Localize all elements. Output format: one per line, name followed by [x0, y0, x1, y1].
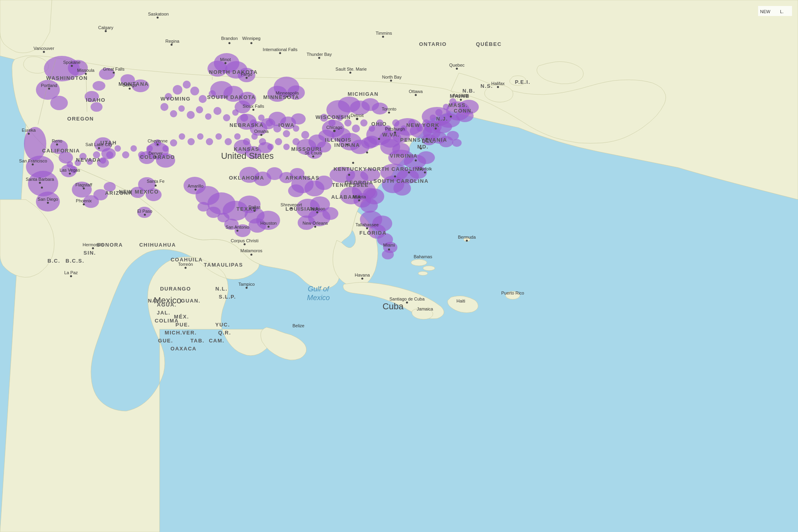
minneapolis-city-label: Minneapolis [276, 91, 299, 95]
havana-city-label: Havana [355, 273, 370, 277]
svg-point-7 [36, 192, 60, 212]
oaxaca-label: OAXACA [170, 346, 196, 352]
svg-point-233 [261, 134, 263, 136]
florida-label: FLORIDA [359, 230, 387, 236]
slp-label: S.L.P. [219, 294, 236, 300]
svg-point-240 [388, 249, 390, 251]
svg-point-232 [253, 109, 255, 111]
calgary-city-label: Calgary [98, 25, 113, 30]
chicago-city-label: Chicago [326, 125, 342, 130]
california-label: CALIFORNIA [42, 148, 80, 154]
idaho-label: IDAHO [86, 97, 105, 103]
corpus-christi-city-label: Corpus Christi [231, 238, 259, 243]
svg-point-160 [275, 138, 282, 145]
reno-city-label: Reno [52, 138, 62, 143]
phoenix-city-label: Phoenix [76, 198, 92, 203]
svg-point-147 [213, 107, 221, 115]
saskatoon-city-label: Saskatoon [148, 12, 169, 16]
brandon-city-label: Brandon [221, 36, 238, 41]
svg-point-284 [70, 275, 72, 277]
portland-city-label: Portland [41, 83, 57, 88]
svg-point-220 [318, 57, 320, 59]
svg-point-251 [394, 176, 396, 178]
oklahoma-label: OKLAHOMA [229, 175, 265, 181]
foundland-label: L. [780, 9, 784, 14]
guan-label: GUAN. [181, 298, 200, 304]
bermuda-city-label: Bermuda [458, 235, 476, 239]
denver-city-label: Denver [148, 151, 163, 156]
svg-point-180 [106, 151, 113, 158]
conn-label: CONN. [454, 108, 473, 114]
svg-point-150 [240, 114, 248, 122]
svg-point-136 [183, 81, 191, 89]
iowa-label: IOWA [279, 122, 295, 128]
intl-falls-city-label: International Falls [263, 47, 298, 52]
svg-point-148 [223, 114, 230, 121]
winnipeg-city-label: Winnipeg [242, 36, 261, 41]
halifax-city-label: Halifax [491, 81, 505, 86]
dallas-city-label: Dallas [249, 205, 261, 210]
bcs-label: B.C.S. [65, 258, 84, 264]
bahamas3-land [418, 271, 428, 275]
ver-label: VER. [182, 330, 197, 336]
wyoming-label: WYOMING [160, 96, 191, 102]
pei-label: P.E.I. [515, 79, 530, 85]
svg-point-226 [388, 112, 390, 114]
svg-point-178 [122, 151, 129, 158]
bahamas-city-label: Bahamas [414, 254, 433, 259]
svg-point-187 [67, 161, 73, 168]
wisconsin-label: WISCONSIN [316, 114, 351, 120]
svg-point-139 [199, 95, 207, 103]
svg-point-191 [344, 119, 352, 127]
michigan-label: MICHIGAN [348, 91, 379, 97]
svg-point-135 [173, 85, 182, 95]
svg-point-239 [366, 227, 368, 229]
nc-label: NORTH CAROLINA [368, 166, 423, 172]
tampico-city-label: Tampico [239, 282, 255, 287]
svg-point-171 [179, 133, 185, 140]
svg-point-243 [237, 230, 239, 232]
las-vegas-city-label: Las Vegas [59, 168, 80, 172]
del-label: DEL. [422, 138, 436, 144]
svg-point-14 [91, 102, 103, 112]
svg-point-288 [466, 240, 468, 242]
svg-point-165 [234, 133, 241, 140]
ottawa-city-label: Ottawa [409, 89, 423, 94]
sf-city-label: San Francisco [19, 158, 47, 163]
svg-point-213 [43, 51, 45, 53]
sc-label: SOUTH CAROLINA [373, 178, 429, 184]
gulf-mexico-label: Gulf of [308, 285, 330, 293]
svg-point-260 [48, 88, 50, 90]
missoula-city-label: Missoula [77, 68, 95, 73]
scale-label: NEW [760, 9, 770, 14]
vancouver-city-label: Vancouver [34, 46, 54, 51]
augusta-city-label: Augusta [453, 93, 469, 98]
georgia-label: GEORGIA [345, 180, 373, 186]
coverage-map: WASHINGTON IDAHO MONTANA OREGON CALIFORN… [0, 0, 798, 532]
svg-point-230 [246, 77, 248, 79]
svg-point-276 [28, 133, 30, 135]
svg-point-99 [417, 151, 435, 164]
tamaulipas-label: TAMAULIPAS [204, 262, 243, 268]
svg-point-234 [312, 156, 314, 158]
svg-point-12 [93, 81, 105, 91]
sonora-label: SONORA [97, 242, 123, 248]
svg-point-219 [279, 52, 281, 54]
svg-point-159 [283, 144, 290, 150]
bahamas2-land [423, 266, 435, 271]
indiana-label: INDIANA [334, 142, 360, 148]
qr-label: Q.R. [218, 330, 231, 336]
svg-point-170 [188, 138, 195, 145]
svg-point-217 [229, 42, 231, 44]
svg-point-157 [301, 131, 309, 139]
jamaica-city-label: Jamaica [417, 307, 434, 311]
detroit-city-label: Detroit [351, 113, 363, 118]
atlanta-city-label: Atlanta [352, 194, 366, 199]
svg-point-166 [225, 138, 232, 145]
washington-label: WASHINGTON [46, 75, 88, 81]
la-paz-city-label: La Paz [64, 270, 78, 275]
svg-point-249 [366, 152, 368, 154]
cuba-country-label: Cuba [383, 301, 404, 311]
svg-point-153 [266, 119, 273, 127]
svg-point-177 [130, 145, 137, 152]
